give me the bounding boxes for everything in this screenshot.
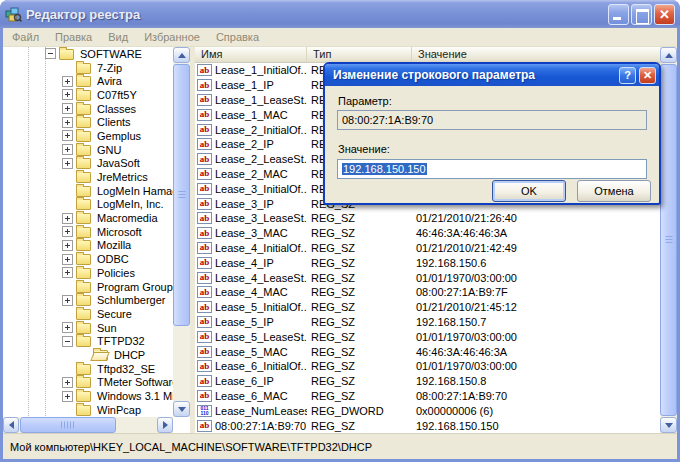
scroll-down-icon[interactable] [178, 407, 186, 412]
scroll-down-icon[interactable] [665, 423, 673, 428]
tree-expander-icon[interactable] [45, 48, 56, 59]
registry-value-row[interactable]: Lease_6_MAC REG_SZ 08:00:27:1A:B9:70 [195, 389, 660, 404]
scroll-up-icon[interactable] [178, 53, 186, 58]
registry-value-row[interactable]: Lease_6_InitialOf... REG_SZ 01/01/1970/0… [195, 359, 660, 374]
tree-item-label: ODBC [95, 253, 131, 265]
column-header-value[interactable]: Значение [412, 47, 660, 62]
tree-item[interactable]: Classes [3, 102, 173, 116]
tree-expander-icon[interactable] [62, 322, 73, 333]
scroll-up-icon[interactable] [665, 53, 673, 58]
tree-expander-icon[interactable] [62, 158, 73, 169]
tree-expander-icon[interactable] [62, 226, 73, 237]
close-button[interactable]: ✕ [654, 4, 675, 25]
tree-item[interactable]: 7-Zip [3, 61, 173, 75]
tree-vertical-scrollbar[interactable] [173, 47, 190, 417]
tree-expander-icon[interactable] [62, 213, 73, 224]
tree-item[interactable]: JavaSoft [3, 157, 173, 171]
tree-expander-icon[interactable] [62, 130, 73, 141]
window-title: Редактор реестра [26, 7, 606, 22]
tree-expander-icon[interactable] [62, 254, 73, 265]
tree-expander-icon[interactable] [62, 377, 73, 388]
list-vertical-scrollbar[interactable] [660, 47, 677, 433]
tree-item[interactable]: GNU [3, 143, 173, 157]
tree-item[interactable]: C07ft5Y [3, 88, 173, 102]
registry-value-row[interactable]: Lease_3_MAC REG_SZ 46:46:3A:46:46:3A [195, 226, 660, 241]
value-name: Lease_6_IP [215, 375, 274, 387]
tree-expander-icon[interactable] [62, 391, 73, 402]
list-scroll-thumb[interactable] [660, 64, 677, 416]
tree-item[interactable]: TMeter Software [3, 376, 173, 390]
tree-item[interactable]: LogMeIn, Inc. [3, 198, 173, 212]
tree-expander-icon[interactable] [62, 336, 73, 347]
scroll-right-icon[interactable] [163, 421, 168, 429]
tree-item[interactable]: Secure [3, 307, 173, 321]
dialog-close-icon[interactable]: ✕ [639, 67, 656, 84]
tree-item[interactable]: Mozilla [3, 239, 173, 253]
menu-item[interactable]: Справка [208, 29, 267, 45]
registry-value-row[interactable]: Lease_5_IP REG_SZ 192.168.150.7 [195, 315, 660, 330]
registry-value-row[interactable]: Lease_5_MAC REG_SZ 46:46:3A:46:46:3A [195, 344, 660, 359]
value-type-icon [197, 242, 212, 254]
tree-item[interactable]: Policies [3, 266, 173, 280]
registry-value-row[interactable]: Lease_NumLeases REG_DWORD 0x00000006 (6) [195, 403, 660, 418]
ok-button[interactable]: OK [492, 180, 566, 202]
tree-expander-icon[interactable] [62, 89, 73, 100]
registry-value-row[interactable]: Lease_6_IP REG_SZ 192.168.150.8 [195, 374, 660, 389]
column-header-type[interactable]: Тип [307, 47, 412, 62]
tree-hscroll-thumb[interactable] [20, 417, 116, 433]
tree-expander-icon[interactable] [62, 76, 73, 87]
value-name: Lease_2_LeaseSt... [215, 153, 307, 165]
dialog-title-bar[interactable]: Изменение строкового параметра ? ✕ [325, 64, 659, 86]
registry-value-row[interactable]: Lease_4_LeaseSt... REG_SZ 01/01/1970/03:… [195, 270, 660, 285]
registry-value-row[interactable]: Lease_3_LeaseSt... REG_SZ 01/21/2010/21:… [195, 211, 660, 226]
registry-value-row[interactable]: Lease_4_IP REG_SZ 192.168.150.6 [195, 255, 660, 270]
tree-expander-icon[interactable] [62, 267, 73, 278]
tree-item[interactable]: Macromedia [3, 211, 173, 225]
menu-item[interactable]: Правка [47, 29, 100, 45]
tree-item[interactable]: Program Groups [3, 280, 173, 294]
tree-scroll-thumb[interactable] [173, 64, 190, 326]
value-type-icon [197, 64, 212, 76]
tree-item[interactable]: Tftpd32_SE [3, 362, 173, 376]
registry-value-row[interactable]: Lease_5_InitialOf... REG_SZ 01/21/2010/2… [195, 300, 660, 315]
tree-item-label: Sun [95, 322, 119, 334]
tree-item[interactable]: Windows 3.1 Migrat [3, 389, 173, 403]
tree-item[interactable]: DHCP [3, 348, 173, 362]
value-type-icon [197, 257, 212, 269]
registry-value-row[interactable]: Lease_5_LeaseSt... REG_SZ 01/01/1970/03:… [195, 329, 660, 344]
tree-expander-icon[interactable] [62, 240, 73, 251]
tree-item[interactable]: LogMeIn Hamachi [3, 184, 173, 198]
tree-item[interactable]: ODBC [3, 252, 173, 266]
tree-item[interactable]: SOFTWARE [3, 47, 173, 61]
menu-item[interactable]: Избранное [136, 29, 208, 45]
tree-item[interactable]: Clients [3, 115, 173, 129]
cancel-button[interactable]: Отмена [577, 180, 651, 202]
tree-expander-icon[interactable] [62, 144, 73, 155]
tree-expander-icon[interactable] [62, 103, 73, 114]
title-bar[interactable]: Редактор реестра ✕ [0, 0, 680, 28]
help-icon[interactable]: ? [619, 67, 636, 84]
menu-item[interactable]: Вид [100, 29, 136, 45]
registry-value-row[interactable]: 08:00:27:1A:B9:70 REG_SZ 192.168.150.150 [195, 418, 660, 433]
registry-value-row[interactable]: Lease_4_MAC REG_SZ 08:00:27:1A:B9:7F [195, 285, 660, 300]
tree-expander-icon[interactable] [62, 117, 73, 128]
column-header-name[interactable]: Имя [195, 47, 307, 62]
maximize-button[interactable] [631, 4, 652, 25]
tree-item[interactable]: WinPcap [3, 403, 173, 417]
tree-item[interactable]: Schlumberger [3, 293, 173, 307]
folder-icon [76, 323, 91, 334]
tree-item[interactable]: TFTPD32 [3, 334, 173, 348]
tree-item[interactable]: Sun [3, 321, 173, 335]
minimize-button[interactable] [608, 4, 629, 25]
scroll-left-icon[interactable] [9, 421, 14, 429]
value-name: Lease_3_IP [215, 198, 274, 210]
tree-horizontal-scrollbar[interactable] [3, 417, 173, 433]
tree-item[interactable]: JreMetrics [3, 170, 173, 184]
tree-item[interactable]: Microsoft [3, 225, 173, 239]
registry-value-row[interactable]: Lease_4_InitialOf... REG_SZ 01/21/2010/2… [195, 241, 660, 256]
tree-item[interactable]: Gemplus [3, 129, 173, 143]
value-input[interactable]: 192.168.150.150 [337, 159, 647, 179]
tree-expander-icon[interactable] [62, 295, 73, 306]
menu-item[interactable]: Файл [4, 29, 47, 45]
tree-item[interactable]: Avira [3, 74, 173, 88]
